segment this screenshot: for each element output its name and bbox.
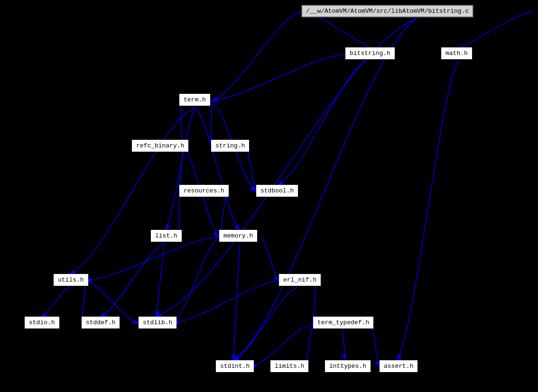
- node-math_h: math.h: [441, 47, 472, 59]
- edge-list_h-to-stddef_h: [100, 243, 165, 317]
- edge-memory_h-to-stdint_h: [233, 243, 240, 360]
- edge-memory_h-to-utils_h: [86, 237, 219, 281]
- node-bitstring_h: bitstring.h: [345, 47, 395, 59]
- node-list_h: list.h: [151, 230, 182, 242]
- edge-memory_h-to-stdlib_h: [173, 237, 219, 323]
- node-utils_h: utils.h: [54, 274, 88, 286]
- edge-term_typedef_h-to-assert_h: [371, 323, 380, 367]
- node-limits_h: limits.h: [270, 360, 308, 372]
- node-stdlib_h: stdlib.h: [139, 317, 176, 328]
- node-assert_h: assert.h: [380, 360, 417, 372]
- edge-bitstring_c-to-stdlib_h: [156, 18, 417, 317]
- edge-term_typedef_h-to-inttypes_h: [342, 330, 346, 360]
- node-term_h: term.h: [179, 94, 210, 106]
- edge-erl_nif_h-to-stdint_h: [233, 287, 297, 360]
- edge-string_h-to-stdbool_h: [246, 146, 256, 191]
- node-stdint_h: stdint.h: [216, 360, 254, 372]
- edge-math_h-to-assert_h: [397, 61, 458, 360]
- edge-term_h-to-list_h: [165, 107, 195, 230]
- graph-container: /__w/AtomVM/AtomVM/src/libAtomVM/bitstri…: [0, 0, 538, 392]
- node-resources_h: resources.h: [179, 185, 229, 197]
- edge-utils_h-to-stdio_h: [41, 287, 70, 317]
- edge-term_h-to-memory_h: [195, 107, 240, 230]
- node-refc_binary_h: refc_binary.h: [132, 140, 188, 152]
- node-erl_nif_h: erl_nif.h: [279, 274, 321, 286]
- node-memory_h: memory.h: [219, 230, 257, 242]
- node-bitstring_c: /__w/AtomVM/AtomVM/src/libAtomVM/bitstri…: [301, 5, 473, 18]
- edge-memory_h-to-erl_nif_h: [261, 237, 279, 281]
- node-stddef_h: stddef.h: [82, 317, 120, 328]
- node-stdio_h: stdio.h: [25, 317, 59, 328]
- node-term_typedef_h: term_typedef.h: [313, 317, 373, 328]
- edge-bitstring_h-to-term_h: [212, 54, 345, 100]
- node-string_h: string.h: [211, 140, 249, 152]
- node-stdbool_h: stdbool.h: [256, 185, 298, 197]
- edge-erl_nif_h-to-stdlib_h: [173, 281, 279, 323]
- node-inttypes_h: inttypes.h: [325, 360, 371, 372]
